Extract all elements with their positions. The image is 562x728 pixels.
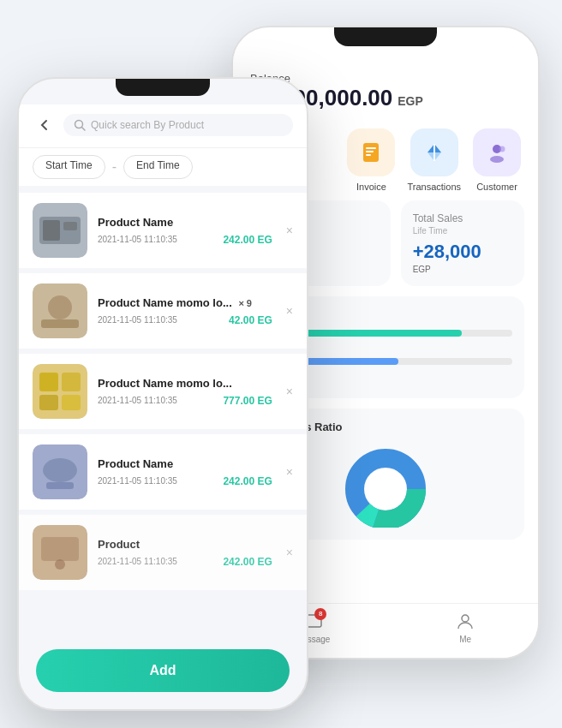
product-price-0: 242.00 EG (223, 234, 272, 246)
product-qty-1: × 9 (238, 298, 252, 308)
product-date-2: 2021-11-05 11:10:35 (98, 396, 177, 405)
product-price-3: 242.00 EG (223, 475, 272, 487)
nav-me-label: Me (459, 635, 471, 644)
svg-rect-27 (39, 395, 58, 410)
product-price-1: 42.00 EG (229, 314, 272, 326)
invoice-label: Invoice (356, 182, 386, 192)
product-thumbnail-3 (33, 445, 87, 499)
product-close-3[interactable]: × (286, 465, 293, 479)
product-item-4[interactable]: Product 2021-11-05 11:10:35 242.00 EG × (19, 515, 307, 590)
svg-rect-23 (41, 319, 79, 328)
transactions-label: Transactions (407, 182, 461, 192)
customer-label: Customer (476, 182, 517, 192)
add-button-wrap: Add (19, 639, 307, 709)
phone-notch (334, 27, 437, 46)
product-name-2: Product Name momo lo... (98, 377, 272, 390)
product-item-2[interactable]: Product Name momo lo... 2021-11-05 11:10… (19, 354, 307, 429)
me-icon (455, 612, 475, 632)
start-time-chip[interactable]: Start Time (33, 155, 105, 179)
product-thumbnail-2 (33, 364, 87, 419)
message-badge: 8 (314, 608, 326, 620)
product-image-2 (33, 364, 87, 419)
product-image-1 (33, 283, 87, 338)
action-invoice[interactable]: Invoice (347, 128, 395, 192)
product-meta-0: 2021-11-05 11:10:35 242.00 EG (98, 234, 272, 246)
product-close-4[interactable]: × (286, 546, 293, 559)
svg-rect-24 (33, 364, 87, 419)
svg-rect-33 (41, 537, 79, 561)
product-price-2: 777.00 EG (223, 395, 272, 407)
invoice-icon-box (347, 128, 395, 176)
total-sales-currency: EGP (413, 265, 512, 274)
product-date-1: 2021-11-05 11:10:35 (98, 315, 177, 325)
product-name-1: Product Name momo lo... × 9 (98, 296, 272, 309)
status-bar-front (19, 96, 307, 104)
total-sales-sublabel: Life Time (413, 226, 512, 236)
nav-me[interactable]: Me (455, 612, 475, 644)
svg-point-14 (462, 615, 469, 622)
product-close-2[interactable]: × (286, 385, 293, 398)
product-image-3 (33, 445, 87, 499)
product-list-phone: Quick search By Product Start Time - End… (17, 77, 308, 711)
status-bar-back (233, 46, 538, 58)
svg-line-16 (82, 128, 86, 131)
product-name-3: Product Name (98, 457, 272, 470)
product-info-1: Product Name momo lo... × 9 2021-11-05 1… (98, 296, 272, 326)
end-time-chip[interactable]: End Time (123, 155, 193, 179)
search-icon (74, 119, 86, 131)
svg-point-8 (490, 156, 504, 163)
back-arrow-icon (37, 117, 52, 133)
product-info-0: Product Name 2021-11-05 11:10:35 242.00 … (98, 216, 272, 246)
product-info-4: Product 2021-11-05 11:10:35 242.00 EG (98, 538, 272, 568)
product-name-4: Product (98, 538, 272, 551)
svg-rect-2 (366, 151, 374, 152)
svg-rect-1 (366, 147, 376, 149)
svg-rect-3 (366, 154, 371, 156)
search-bar[interactable]: Quick search By Product (63, 114, 293, 136)
product-item-1[interactable]: Product Name momo lo... × 9 2021-11-05 1… (19, 273, 307, 349)
product-date-4: 2021-11-05 11:10:35 (98, 557, 177, 566)
transactions-icon (422, 140, 446, 164)
product-meta-2: 2021-11-05 11:10:35 777.00 EG (98, 395, 272, 407)
product-list: Product Name 2021-11-05 11:10:35 242.00 … (19, 186, 307, 602)
product-meta-1: 2021-11-05 11:10:35 42.00 EG (98, 314, 272, 326)
product-item-0[interactable]: Product Name 2021-11-05 11:10:35 242.00 … (19, 193, 307, 268)
product-name-0: Product Name (98, 216, 272, 229)
svg-rect-26 (62, 373, 81, 391)
svg-rect-25 (39, 373, 58, 391)
front-header: Quick search By Product (19, 104, 307, 148)
transactions-icon-box (410, 128, 458, 176)
svg-rect-20 (63, 222, 77, 230)
total-sales-card: Total Sales Life Time +28,000 EGP (401, 200, 524, 286)
product-price-4: 242.00 EG (223, 556, 272, 568)
svg-point-13 (365, 468, 406, 510)
action-transactions[interactable]: Transactions (407, 128, 461, 192)
product-date-3: 2021-11-05 11:10:35 (98, 476, 177, 486)
add-button[interactable]: Add (36, 649, 290, 692)
back-button[interactable] (33, 113, 57, 137)
svg-point-9 (499, 146, 505, 152)
product-date-0: 2021-11-05 11:10:35 (98, 235, 177, 244)
total-sales-value: +28,000 (413, 241, 512, 263)
product-item-3[interactable]: Product Name 2021-11-05 11:10:35 242.00 … (19, 434, 307, 510)
customer-icon (485, 140, 509, 164)
balance-currency: EGP (398, 94, 423, 108)
action-customer[interactable]: Customer (473, 128, 521, 192)
svg-point-30 (43, 458, 77, 482)
product-close-0[interactable]: × (286, 224, 293, 237)
svg-point-22 (48, 295, 72, 319)
product-thumbnail-0 (33, 203, 87, 258)
product-info-2: Product Name momo lo... 2021-11-05 11:10… (98, 377, 272, 407)
product-image-0 (33, 203, 87, 258)
product-info-3: Product Name 2021-11-05 11:10:35 242.00 … (98, 457, 272, 487)
donut-svg (334, 442, 437, 528)
svg-rect-31 (46, 482, 74, 489)
product-close-1[interactable]: × (286, 304, 293, 318)
product-image-4 (33, 525, 87, 580)
product-thumbnail-4 (33, 525, 87, 580)
svg-rect-19 (43, 220, 60, 241)
product-meta-4: 2021-11-05 11:10:35 242.00 EG (98, 556, 272, 568)
date-separator: - (112, 155, 117, 179)
total-sales-label: Total Sales (413, 212, 512, 224)
product-meta-3: 2021-11-05 11:10:35 242.00 EG (98, 475, 272, 487)
